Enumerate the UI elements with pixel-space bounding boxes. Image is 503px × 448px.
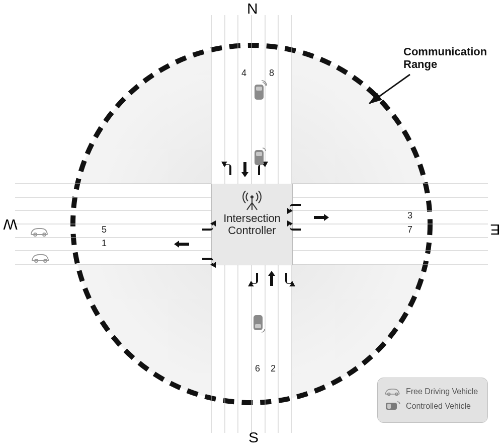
lane-label-2: 2 [271,363,276,374]
car-controlled-icon [384,400,401,412]
controlled-car-n-2 [252,146,267,168]
controlled-car-s [250,312,266,334]
lane-label-7: 7 [407,225,412,235]
svg-rect-43 [255,324,261,328]
svg-line-44 [370,74,410,103]
comm-range-line1: Communication [403,45,487,58]
car-free-icon [384,386,401,397]
lane-label-1: 1 [102,238,107,249]
legend-controlled-text: Controlled Vehicle [406,402,471,411]
controlled-car-n-1 [252,81,267,103]
diagram-stage: Intersection Controller [0,0,503,448]
svg-rect-41 [256,152,262,156]
legend-row-free: Free Driving Vehicle [384,386,481,397]
svg-rect-48 [387,404,391,409]
legend-row-controlled: Controlled Vehicle [384,400,481,412]
lane-label-5: 5 [102,225,107,235]
compass-w: W [2,216,19,233]
lane-label-8: 8 [269,68,274,79]
free-car-w-1 [29,226,49,238]
comm-range-pointer-arrow [362,70,417,111]
lane-label-4: 4 [241,68,246,79]
free-car-w-2 [30,252,50,264]
lane-label-6: 6 [255,363,260,374]
comm-range-line2: Range [403,58,437,70]
compass-e: E [487,221,503,238]
legend-free-text: Free Driving Vehicle [406,387,478,396]
compass-s: S [248,429,259,446]
svg-rect-39 [256,87,262,91]
lane-label-3: 3 [407,210,412,221]
comm-range-label: Communication Range [403,45,487,71]
legend-box: Free Driving Vehicle Controlled Vehicle [377,378,488,423]
compass-n: N [247,0,258,17]
